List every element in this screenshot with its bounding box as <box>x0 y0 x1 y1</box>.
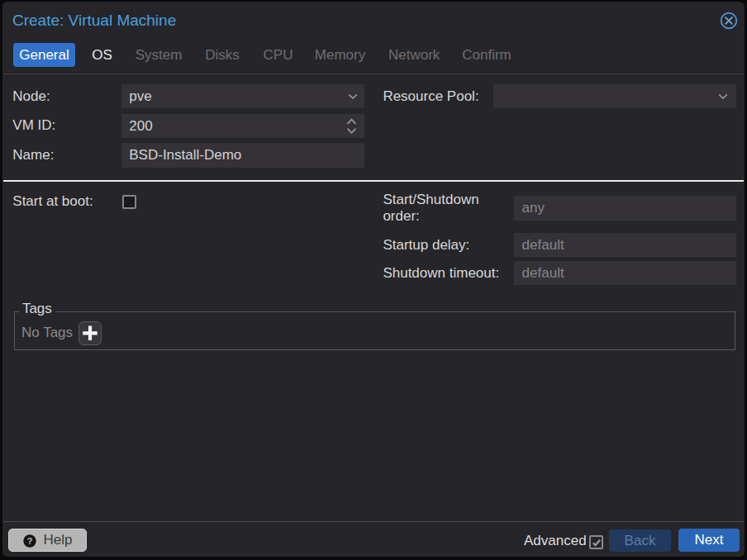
svg-text:?: ? <box>26 536 32 546</box>
